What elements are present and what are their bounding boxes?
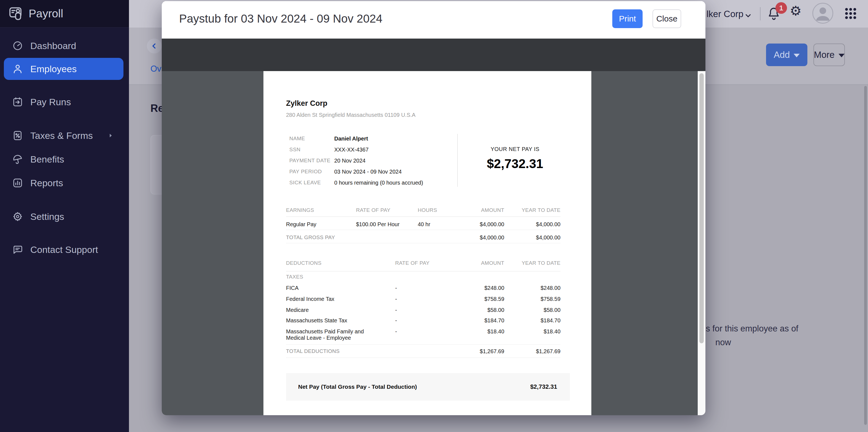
- more-button-label: More: [814, 50, 834, 60]
- cell: $184.70: [504, 317, 560, 324]
- company-address: 280 Alden St Springfield Massachusetts 0…: [286, 112, 415, 118]
- sidebar-item-label: Dashboard: [30, 40, 76, 51]
- col-header: DEDUCTIONS: [286, 260, 395, 266]
- col-header: HOURS: [418, 207, 462, 213]
- deduction-row: Massachusetts Paid Family and Medical Le…: [286, 329, 560, 341]
- col-header: YEAR TO DATE: [504, 207, 560, 213]
- pay-runs-icon: [12, 96, 23, 107]
- cell: Regular Pay: [286, 221, 356, 227]
- sidebar-item-label: Taxes & Forms: [30, 130, 93, 141]
- cell: $18.40: [504, 329, 560, 341]
- total-label: TOTAL GROSS PAY: [286, 235, 462, 241]
- cell: $4,000.00: [462, 221, 504, 227]
- payroll-app: lker Corp 1 ⚙ Ov Re ns for this employee…: [0, 0, 868, 432]
- pdf-scrollbar-thumb[interactable]: [700, 73, 704, 343]
- sidebar-item-settings[interactable]: Settings: [0, 206, 129, 227]
- detail-value: Daniel Alpert: [334, 135, 368, 142]
- detail-value: 03 Nov 2024 - 09 Nov 2024: [334, 168, 402, 175]
- taxes-forms-icon: [12, 130, 23, 141]
- add-button-label: Add: [774, 50, 790, 60]
- empty-state-text: ns for this employee as of now: [701, 322, 817, 349]
- company-name: Zylker Corp: [286, 99, 328, 108]
- deductions-total-row: TOTAL DEDUCTIONS $1,267.69 $1,267.69: [286, 348, 560, 354]
- sidebar-item-label: Settings: [30, 211, 64, 222]
- app-title: Payroll: [29, 7, 63, 20]
- chevron-left-icon: [150, 42, 158, 50]
- sidebar-item-reports[interactable]: Reports: [0, 172, 129, 194]
- close-button[interactable]: Close: [652, 9, 681, 28]
- detail-label: NAME: [289, 135, 334, 142]
- sidebar-item-employees[interactable]: Employees: [4, 58, 123, 80]
- settings-icon: [12, 211, 23, 222]
- net-pay-value: $2,732.31: [469, 156, 560, 171]
- net-pay-row-label: Net Pay (Total Gross Pay - Total Deducti…: [298, 383, 530, 390]
- add-button[interactable]: Add: [766, 43, 807, 66]
- cell: $58.00: [461, 307, 504, 313]
- cell: -: [395, 307, 461, 313]
- cell: $758.59: [504, 296, 560, 302]
- cell: Federal Income Tax: [286, 296, 395, 302]
- sidebar-item-benefits[interactable]: Benefits: [0, 148, 129, 170]
- gear-icon[interactable]: ⚙: [790, 4, 802, 18]
- earnings-row: Regular Pay $100.00 Per Hour 40 hr $4,00…: [286, 221, 560, 227]
- cell: $248.00: [461, 285, 504, 291]
- caret-down-icon: [838, 54, 844, 57]
- avatar[interactable]: [812, 3, 833, 24]
- cell: Massachusetts Paid Family and Medical Le…: [286, 329, 395, 341]
- paystub-modal: Paystub for 03 Nov 2024 - 09 Nov 2024 Pr…: [162, 1, 706, 415]
- cell: $248.00: [504, 285, 560, 291]
- sidebar-item-label: Reports: [30, 178, 63, 188]
- detail-value: 0 hours remaining (0 hours accrued): [334, 180, 423, 186]
- cell: 40 hr: [418, 221, 462, 227]
- contact-support-icon: [12, 244, 23, 255]
- cell: $758.59: [461, 296, 504, 302]
- back-button[interactable]: [147, 38, 162, 54]
- deduction-row: Federal Income Tax - $758.59 $758.59: [286, 296, 560, 302]
- org-name-label[interactable]: lker Corp: [707, 9, 743, 19]
- sidebar-item-label: Contact Support: [30, 244, 98, 255]
- earnings-header-row: EARNINGS RATE OF PAY HOURS AMOUNT YEAR T…: [286, 207, 560, 213]
- pdf-scrollbar-track[interactable]: [698, 71, 706, 415]
- sidebar-item-taxes-forms[interactable]: Taxes & Forms: [0, 125, 129, 147]
- table-rule: [286, 243, 560, 243]
- sidebar-item-contact-support[interactable]: Contact Support: [0, 239, 129, 260]
- net-pay-row: Net Pay (Total Gross Pay - Total Deducti…: [286, 373, 570, 401]
- modal-header: Paystub for 03 Nov 2024 - 09 Nov 2024 Pr…: [162, 1, 706, 38]
- table-rule: [286, 230, 560, 230]
- pdf-viewer-area: Zylker Corp 280 Alden St Springfield Mas…: [162, 71, 706, 415]
- topbar-divider: [760, 7, 761, 21]
- empty-state-line2: now: [715, 336, 817, 349]
- deduction-row: Medicare - $58.00 $58.00: [286, 307, 560, 313]
- deduction-row: Massachusetts State Tax - $184.70 $184.7…: [286, 317, 560, 324]
- apps-grid-icon[interactable]: [844, 7, 857, 20]
- dashboard-icon: [12, 40, 23, 51]
- cell: -: [395, 329, 461, 341]
- total-ytd: $1,267.69: [504, 348, 560, 354]
- tab-overview-partial[interactable]: Ov: [151, 64, 161, 74]
- table-rule: [286, 344, 560, 345]
- col-header: AMOUNT: [461, 260, 504, 266]
- deductions-section-row: TAXES: [286, 274, 560, 280]
- sidebar-item-pay-runs[interactable]: Pay Runs: [0, 91, 129, 113]
- detail-label: SSN: [289, 147, 334, 153]
- detail-value: 20 Nov 2024: [334, 158, 365, 164]
- print-button[interactable]: Print: [612, 9, 643, 28]
- total-amount: $1,267.69: [461, 348, 504, 354]
- cell: Massachusetts State Tax: [286, 317, 395, 324]
- modal-title: Paystub for 03 Nov 2024 - 09 Nov 2024: [179, 12, 382, 25]
- sidebar-item-dashboard[interactable]: Dashboard: [0, 35, 129, 57]
- table-rule: [286, 358, 560, 358]
- detail-row: SICK LEAVE 0 hours remaining (0 hours ac…: [289, 177, 455, 188]
- chevron-right-icon: [107, 132, 114, 138]
- sidebar-header: Payroll: [0, 0, 129, 28]
- paystub-document: Zylker Corp 280 Alden St Springfield Mas…: [264, 71, 591, 415]
- cell: FICA: [286, 285, 395, 291]
- total-label: TOTAL DEDUCTIONS: [286, 348, 461, 354]
- more-button[interactable]: More: [813, 43, 845, 66]
- earnings-total-row: TOTAL GROSS PAY $4,000.00 $4,000.00: [286, 235, 560, 241]
- benefits-icon: [11, 153, 24, 165]
- detail-label: SICK LEAVE: [289, 180, 334, 186]
- sidebar-item-label: Pay Runs: [30, 97, 71, 107]
- detail-label: PAY PERIOD: [289, 168, 334, 175]
- page-scrollbar-thumb[interactable]: [864, 86, 867, 425]
